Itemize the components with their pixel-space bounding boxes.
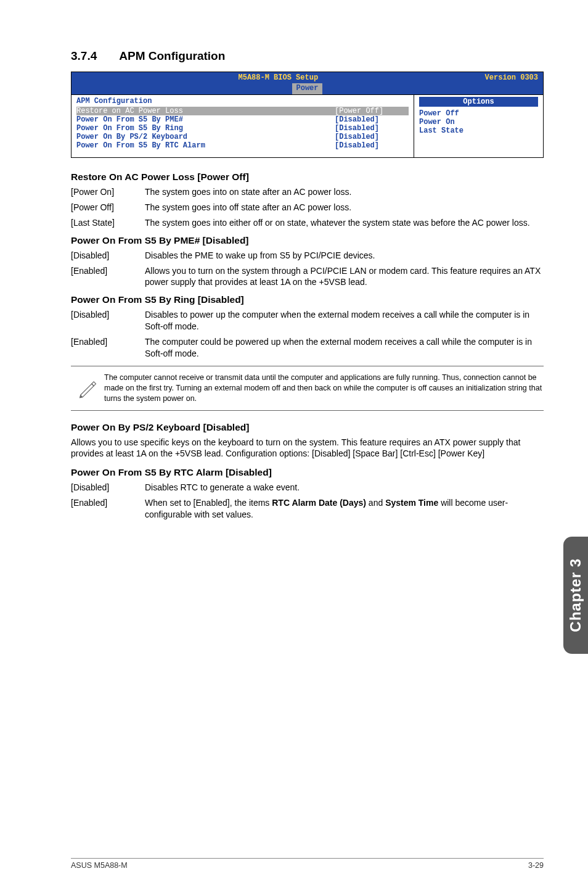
def-val: When set to [Enabled], the items RTC Ala… [145,497,544,521]
note-block: The computer cannot receive or transmit … [71,366,544,411]
bios-setup-title: M5A88-M BIOS Setup [238,73,318,82]
bios-row-rtc: Power On From S5 By RTC Alarm[Disabled] [76,141,409,150]
def-key: [Disabled] [71,482,145,493]
def-row: [Enabled] When set to [Enabled], the ite… [71,497,544,521]
bios-option-item: Power Off [419,109,538,118]
heading-restore-ac: Restore On AC Power Loss [Power Off] [71,171,544,183]
def-val: The system goes into off state after an … [145,202,544,213]
def-row: [Last State]The system goes into either … [71,217,544,229]
bios-row-ps2: Power On By PS/2 Keyboard[Disabled] [76,133,409,141]
bios-options-header: Options [419,97,538,107]
section-number: 3.7.4 [71,49,97,63]
bios-option-item: Last State [419,126,538,135]
def-key: [Power On] [71,186,145,198]
def-row: [Enabled]Allows you to turn on the syste… [71,265,544,289]
heading-rtc: Power On From S5 By RTC Alarm [Disabled] [71,467,544,478]
bios-left-panel: APM Configuration Restore on AC Power Lo… [71,95,414,157]
def-key: [Disabled] [71,250,145,262]
def-key: [Disabled] [71,309,145,332]
heading-pme: Power On From S5 By PME# [Disabled] [71,235,544,246]
def-val: Disables to power up the computer when t… [145,309,544,332]
def-val: The system goes into either off or on st… [145,217,544,229]
def-key: [Enabled] [71,265,145,289]
bios-right-panel: Options Power Off Power On Last State [414,95,543,157]
bios-option-item: Power On [419,118,538,126]
section-heading: 3.7.4APM Configuration [71,49,544,63]
def-val: Allows you to turn on the system through… [145,265,544,289]
page-footer: ASUS M5A88-M 3-29 [71,858,544,870]
def-key: [Enabled] [71,497,145,521]
para-ps2: Allows you to use specific keys on the k… [71,437,544,460]
def-val: The system goes into on state after an A… [145,186,544,198]
def-key: [Power Off] [71,202,145,213]
bios-header: M5A88-M BIOS Setup Version 0303 Power [71,72,543,94]
bios-row-ring: Power On From S5 By Ring[Disabled] [76,124,409,133]
pencil-icon [71,373,104,404]
def-key: [Last State] [71,217,145,229]
chapter-side-tab: Chapter 3 [563,537,588,654]
section-title-text: APM Configuration [119,49,225,62]
note-text: The computer cannot receive or transmit … [104,373,544,404]
heading-ps2: Power On By PS/2 Keyboard [Disabled] [71,422,544,433]
bios-panel-title: APM Configuration [76,97,409,105]
def-row: [Enabled]The computer could be powered u… [71,336,544,360]
heading-ring: Power On From S5 By Ring [Disabled] [71,294,544,305]
def-key: [Enabled] [71,336,145,360]
bios-row-pme: Power On From S5 By PME#[Disabled] [76,115,409,124]
def-row: [Power Off]The system goes into off stat… [71,202,544,213]
bios-screenshot: M5A88-M BIOS Setup Version 0303 Power AP… [71,72,544,158]
bios-menu-tab-power: Power [292,83,322,94]
bios-version: Version 0303 [485,73,543,82]
def-row: [Power On]The system goes into on state … [71,186,544,198]
def-val: Disables the PME to wake up from S5 by P… [145,250,544,262]
def-row: [Disabled]Disables to power up the compu… [71,309,544,332]
def-row: [Disabled]Disables RTC to generate a wak… [71,482,544,493]
chapter-side-tab-label: Chapter 3 [567,558,584,632]
bios-row-restore-ac: Restore on AC Power Loss[Power Off] [76,107,409,115]
def-row: [Disabled]Disables the PME to wake up fr… [71,250,544,262]
footer-left: ASUS M5A88-M [71,861,128,870]
footer-right: 3-29 [528,861,544,870]
def-val: Disables RTC to generate a wake event. [145,482,544,493]
def-val: The computer could be powered up when th… [145,336,544,360]
